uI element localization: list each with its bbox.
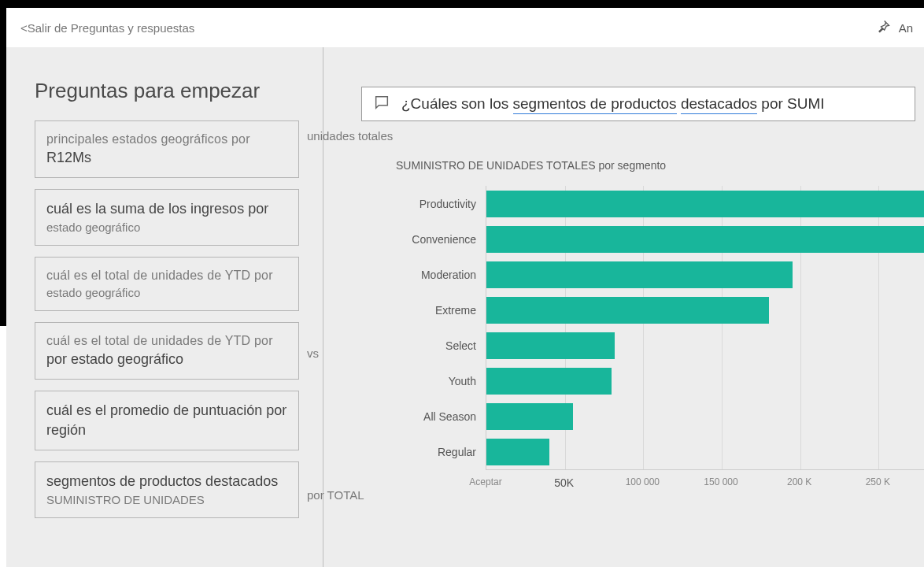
x-tick-label: 250 K bbox=[866, 476, 890, 487]
x-tick-label: Aceptar bbox=[469, 476, 501, 487]
x-tick-label: 200 K bbox=[787, 476, 811, 487]
bar[interactable] bbox=[486, 297, 769, 324]
card-text: cuál es el total de unidades de YTD por bbox=[46, 334, 287, 348]
x-tick-label: 50K bbox=[554, 476, 574, 489]
bar[interactable] bbox=[486, 403, 573, 430]
card-text: R12Ms bbox=[46, 150, 287, 166]
y-tick-label: Moderation bbox=[390, 269, 476, 281]
card-overflow-text: vs bbox=[307, 346, 319, 360]
chart-title: SUMINISTRO DE UNIDADES TOTALES por segme… bbox=[396, 159, 924, 172]
chat-icon bbox=[373, 94, 390, 114]
suggestion-card[interactable]: cuál es la suma de los ingresos por esta… bbox=[35, 189, 299, 246]
y-tick-label: Select bbox=[390, 339, 476, 352]
card-text: cuál es el promedio de puntuación por bbox=[46, 402, 287, 419]
pin-label: An bbox=[899, 21, 913, 35]
bar[interactable] bbox=[486, 368, 612, 395]
y-tick-label: All Season bbox=[390, 410, 476, 423]
suggestions-panel: Preguntas para empezar unidades totales … bbox=[6, 47, 323, 567]
card-text: región bbox=[46, 422, 287, 439]
pin-icon bbox=[875, 19, 891, 37]
y-tick-label: Regular bbox=[390, 446, 476, 458]
qna-query-input[interactable]: ¿Cuáles son los segmentos de productos d… bbox=[361, 87, 915, 121]
query-text: ¿Cuáles son los segmentos de productos d… bbox=[401, 95, 825, 113]
card-text: segmentos de productos destacados bbox=[46, 473, 287, 490]
chart-container: SUMINISTRO DE UNIDADES TOTALES por segme… bbox=[396, 159, 924, 501]
bar[interactable] bbox=[486, 191, 924, 217]
suggestion-card[interactable]: cuál es el total de unidades de YTD por … bbox=[35, 322, 299, 380]
y-tick-label: Convenience bbox=[390, 233, 476, 246]
y-tick-label: Extreme bbox=[390, 304, 476, 317]
topbar: <Salir de Preguntas y respuestas An bbox=[6, 8, 924, 47]
suggestions-title: Preguntas para empezar bbox=[35, 79, 323, 103]
pin-action[interactable]: An bbox=[875, 19, 913, 37]
bar[interactable] bbox=[486, 439, 549, 465]
exit-qna-link[interactable]: <Salir de Preguntas y respuestas bbox=[20, 21, 194, 35]
card-text: estado geográfico bbox=[46, 220, 287, 234]
card-text: cuál es el total de unidades de YTD por bbox=[46, 269, 287, 283]
suggestion-card[interactable]: principales estados geográficos por R12M… bbox=[35, 120, 299, 178]
x-tick-label: 100 000 bbox=[626, 476, 660, 487]
bar[interactable] bbox=[486, 226, 924, 253]
bar-chart: ProductivityConvenienceModerationExtreme… bbox=[396, 186, 924, 501]
card-text: por estado geográfico bbox=[46, 351, 287, 368]
suggestion-card[interactable]: cuál es el promedio de puntuación por re… bbox=[35, 391, 299, 450]
suggestion-card[interactable]: cuál es el total de unidades de YTD por … bbox=[35, 257, 299, 311]
bar[interactable] bbox=[486, 261, 793, 288]
card-text: cuál es la suma de los ingresos por bbox=[46, 201, 287, 217]
main-panel: ¿Cuáles son los segmentos de productos d… bbox=[323, 47, 924, 567]
y-tick-label: Productivity bbox=[390, 198, 476, 210]
bar[interactable] bbox=[486, 332, 615, 359]
card-text: estado geográfico bbox=[46, 286, 287, 299]
y-tick-label: Youth bbox=[390, 375, 476, 387]
suggestion-card[interactable]: segmentos de productos destacados SUMINI… bbox=[35, 461, 299, 518]
x-tick-label: 150 000 bbox=[704, 476, 737, 487]
card-text: SUMINISTRO DE UNIDADES bbox=[46, 493, 287, 506]
card-text: principales estados geográficos por bbox=[46, 132, 287, 146]
